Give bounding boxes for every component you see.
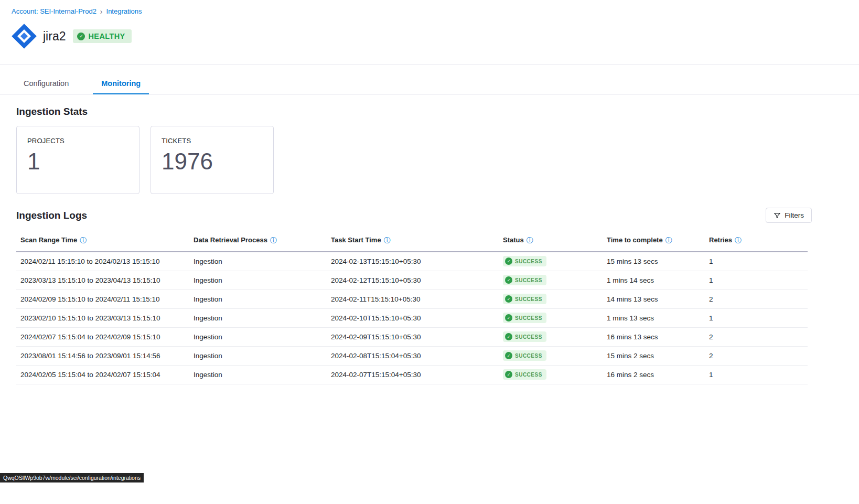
cell-scan-range-time: 2023/03/13 15:15:10 to 2023/04/13 15:15:… [16, 271, 189, 289]
column-label: Scan Range Time [20, 236, 77, 244]
status-label: SUCCESS [515, 259, 542, 264]
link-status-bar: QwqOSllWp9ob7w/module/sei/configuration/… [0, 473, 144, 482]
column-header-data-retrieval-process: Data Retrieval Processⓘ [189, 230, 327, 252]
status-label: SUCCESS [515, 372, 542, 378]
breadcrumb: Account: SEI-Internal-Prod2 › Integratio… [10, 7, 859, 15]
cell-task-start-time: 2024-02-08T15:15:04+05:30 [327, 346, 499, 365]
cell-retries: 2 [705, 346, 808, 365]
tab-monitoring[interactable]: Monitoring [93, 74, 149, 94]
log-row: 2023/08/01 15:14:56 to 2023/09/01 15:14:… [16, 346, 808, 365]
status-badge: ✓SUCCESS [503, 256, 546, 266]
status-badge: ✓SUCCESS [503, 350, 546, 361]
health-status-badge: ✓ HEALTHY [73, 29, 131, 43]
cell-task-start-time: 2024-02-12T15:15:10+05:30 [327, 271, 499, 289]
column-label: Status [503, 236, 524, 244]
log-row: 2024/02/09 15:15:10 to 2024/02/11 15:15:… [16, 289, 808, 308]
info-icon[interactable]: ⓘ [665, 237, 672, 244]
cell-scan-range-time: 2024/02/07 15:15:04 to 2024/02/09 15:15:… [16, 327, 189, 346]
cell-status: ✓SUCCESS [499, 289, 603, 308]
status-label: SUCCESS [515, 315, 542, 321]
filters-label: Filters [785, 211, 804, 219]
check-circle-icon: ✓ [77, 33, 85, 40]
column-header-task-start-time: Task Start Timeⓘ [327, 230, 499, 252]
cell-scan-range-time: 2023/02/10 15:15:10 to 2023/03/13 15:15:… [16, 308, 189, 327]
cell-task-start-time: 2024-02-07T15:15:04+05:30 [327, 365, 499, 384]
cell-data-retrieval-process: Ingestion [189, 327, 327, 346]
cell-data-retrieval-process: Ingestion [189, 252, 327, 271]
cell-retries: 2 [705, 289, 808, 308]
stat-card-label: PROJECTS [27, 137, 128, 145]
cell-scan-range-time: 2024/02/05 15:15:04 to 2024/02/07 15:15:… [16, 365, 189, 384]
cell-retries: 1 [705, 271, 808, 289]
cell-data-retrieval-process: Ingestion [189, 308, 327, 327]
check-circle-icon: ✓ [505, 352, 512, 359]
cell-scan-range-time: 2024/02/11 15:15:10 to 2024/02/13 15:15:… [16, 252, 189, 271]
page-header: Account: SEI-Internal-Prod2 › Integratio… [0, 0, 859, 65]
check-circle-icon: ✓ [505, 333, 512, 340]
health-status-label: HEALTHY [88, 32, 125, 40]
status-label: SUCCESS [515, 353, 542, 359]
status-label: SUCCESS [515, 296, 542, 302]
info-icon[interactable]: ⓘ [384, 237, 391, 244]
log-row: 2024/02/05 15:15:04 to 2024/02/07 15:15:… [16, 365, 808, 384]
status-label: SUCCESS [515, 334, 542, 340]
column-label: Retries [709, 236, 732, 244]
jira-logo-icon [10, 23, 38, 50]
cell-time-to-complete: 15 mins 2 secs [603, 346, 705, 365]
info-icon[interactable]: ⓘ [527, 237, 533, 244]
breadcrumb-account-link[interactable]: Account: SEI-Internal-Prod2 [12, 7, 96, 15]
log-row: 2023/02/10 15:15:10 to 2023/03/13 15:15:… [16, 308, 808, 327]
cell-data-retrieval-process: Ingestion [189, 346, 327, 365]
info-icon[interactable]: ⓘ [735, 237, 742, 244]
logs-table-body: 2024/02/11 15:15:10 to 2024/02/13 15:15:… [16, 252, 808, 384]
check-circle-icon: ✓ [505, 295, 512, 303]
page-title: jira2 [43, 29, 66, 44]
cell-scan-range-time: 2024/02/09 15:15:10 to 2024/02/11 15:15:… [16, 289, 189, 308]
info-icon[interactable]: ⓘ [80, 237, 87, 244]
info-icon[interactable]: ⓘ [270, 237, 277, 244]
column-header-status: Statusⓘ [499, 230, 603, 252]
check-circle-icon: ✓ [505, 276, 512, 284]
filters-button[interactable]: Filters [766, 208, 812, 223]
log-row: 2024/02/07 15:15:04 to 2024/02/09 15:15:… [16, 327, 808, 346]
chevron-right-icon: › [100, 8, 103, 15]
status-badge: ✓SUCCESS [503, 331, 546, 342]
stat-cards: PROJECTS1TICKETS1976 [16, 126, 808, 194]
column-header-retries: Retriesⓘ [705, 230, 808, 252]
stat-card-projects: PROJECTS1 [16, 126, 139, 194]
column-label: Time to complete [607, 236, 663, 244]
cell-task-start-time: 2024-02-11T15:15:10+05:30 [327, 289, 499, 308]
cell-time-to-complete: 16 mins 13 secs [603, 327, 705, 346]
tab-configuration[interactable]: Configuration [15, 74, 77, 94]
check-circle-icon: ✓ [505, 371, 512, 378]
cell-status: ✓SUCCESS [499, 327, 603, 346]
cell-status: ✓SUCCESS [499, 271, 603, 289]
tabs-row: ConfigurationMonitoring [0, 74, 859, 94]
main-content: Ingestion Stats PROJECTS1TICKETS1976 Ing… [0, 106, 859, 384]
cell-retries: 1 [705, 308, 808, 327]
column-header-scan-range-time: Scan Range Timeⓘ [16, 230, 189, 252]
status-badge: ✓SUCCESS [503, 313, 546, 323]
column-label: Data Retrieval Process [194, 236, 267, 244]
ingestion-stats-heading: Ingestion Stats [16, 106, 808, 117]
cell-retries: 1 [705, 365, 808, 384]
breadcrumb-integrations-link[interactable]: Integrations [106, 7, 142, 15]
stat-card-label: TICKETS [162, 137, 263, 145]
cell-task-start-time: 2024-02-09T15:15:10+05:30 [327, 327, 499, 346]
integration-title-row: jira2 ✓ HEALTHY [10, 23, 859, 65]
log-row: 2023/03/13 15:15:10 to 2023/04/13 15:15:… [16, 271, 808, 289]
logs-header-row: Scan Range TimeⓘData Retrieval ProcessⓘT… [16, 230, 808, 252]
cell-task-start-time: 2024-02-13T15:15:10+05:30 [327, 252, 499, 271]
cell-time-to-complete: 15 mins 13 secs [603, 252, 705, 271]
column-label: Task Start Time [331, 236, 381, 244]
cell-status: ✓SUCCESS [499, 308, 603, 327]
column-header-time-to-complete: Time to completeⓘ [603, 230, 705, 252]
cell-data-retrieval-process: Ingestion [189, 271, 327, 289]
status-badge: ✓SUCCESS [503, 294, 546, 304]
check-circle-icon: ✓ [505, 258, 512, 265]
ingestion-logs-header: Ingestion Logs Filters [16, 208, 808, 223]
cell-time-to-complete: 16 mins 2 secs [603, 365, 705, 384]
status-badge: ✓SUCCESS [503, 369, 546, 380]
cell-status: ✓SUCCESS [499, 346, 603, 365]
stat-card-tickets: TICKETS1976 [151, 126, 274, 194]
